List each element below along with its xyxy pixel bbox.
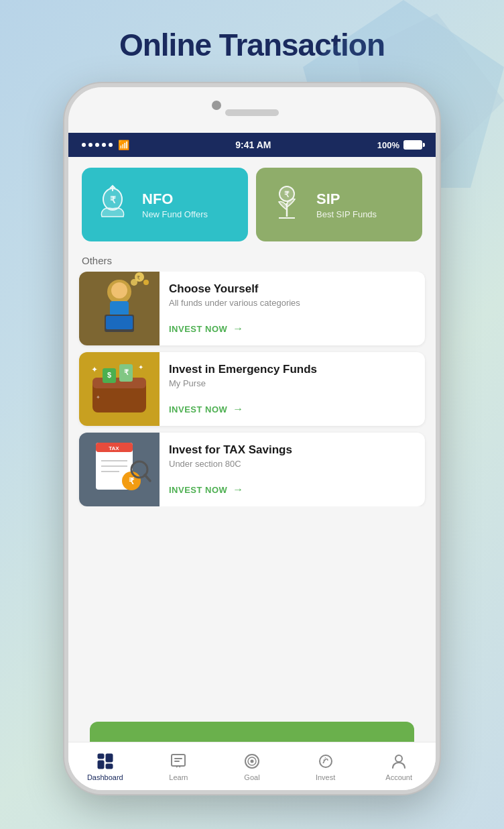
tax-savings-item[interactable]: TAX RETURN ₹: [79, 433, 425, 506]
svg-rect-43: [174, 758, 182, 759]
svg-point-47: [250, 759, 253, 763]
svg-text:✦: ✦: [96, 394, 101, 400]
choose-yourself-content: Choose Yourself All funds under various …: [160, 272, 310, 345]
nfo-title: NFO: [142, 190, 208, 208]
nav-learn-label: Learn: [169, 773, 188, 781]
list-container: ₹ Choose Yourself All funds under variou…: [68, 272, 436, 506]
svg-point-16: [143, 280, 149, 285]
svg-rect-39: [98, 761, 104, 769]
tax-savings-content: Invest for TAX Savings Under section 80C…: [160, 433, 302, 506]
others-label: Others: [68, 252, 436, 272]
choose-yourself-cta-text: INVEST NOW: [169, 324, 227, 334]
partial-card: [90, 722, 414, 742]
tax-savings-arrow: →: [233, 484, 244, 496]
choose-yourself-item[interactable]: ₹ Choose Yourself All funds under variou…: [79, 272, 425, 345]
nav-learn[interactable]: Learn: [142, 752, 216, 781]
nav-goal-label: Goal: [244, 773, 259, 781]
phone-camera: [212, 101, 221, 110]
nav-invest[interactable]: Invest: [289, 752, 363, 781]
svg-text:✦: ✦: [138, 364, 143, 371]
choose-yourself-title: Choose Yourself: [169, 282, 300, 296]
invest-icon: [316, 752, 335, 771]
nav-goal[interactable]: Goal: [215, 752, 289, 781]
page-title: Online Transaction: [119, 27, 385, 63]
emergency-funds-image: $ ₹ ✦ ✦ ✦: [79, 352, 160, 426]
emergency-funds-cta-text: INVEST NOW: [169, 404, 227, 414]
emergency-funds-content: Invest in Emergency Funds My Purse INVES…: [160, 352, 326, 426]
nfo-card-text: NFO New Fund Offers: [142, 190, 208, 219]
svg-rect-13: [106, 316, 133, 329]
phone-top: [68, 87, 436, 133]
phone-speaker: [225, 109, 279, 116]
nfo-card[interactable]: ₹ NFO New Fund Offers: [82, 168, 248, 241]
tax-savings-title: Invest for TAX Savings: [169, 443, 292, 457]
svg-rect-40: [106, 754, 113, 762]
sip-card-text: SIP Best SIP Funds: [316, 190, 377, 219]
nav-account-label: Account: [385, 773, 412, 781]
emergency-funds-subtitle: My Purse: [169, 378, 317, 388]
account-icon: [389, 752, 408, 771]
dashboard-icon: [96, 752, 115, 771]
top-cards-container: ₹ NFO New Fund Offers: [68, 157, 436, 252]
emergency-funds-cta[interactable]: INVEST NOW →: [169, 403, 317, 415]
svg-line-37: [145, 475, 150, 481]
nav-invest-label: Invest: [316, 773, 335, 781]
svg-point-10: [111, 282, 127, 298]
status-time: 9:41 AM: [235, 140, 271, 150]
nav-dashboard-label: Dashboard: [87, 773, 123, 781]
choose-yourself-arrow: →: [233, 323, 244, 335]
sip-title: SIP: [316, 190, 377, 208]
bottom-nav: Dashboard Learn: [68, 742, 436, 790]
nfo-icon: ₹: [92, 184, 133, 225]
status-battery: 100%: [377, 140, 422, 150]
goal-icon: [243, 752, 261, 771]
nav-dashboard[interactable]: Dashboard: [68, 752, 142, 781]
wifi-icon: 📶: [118, 140, 129, 150]
svg-rect-44: [174, 761, 180, 762]
svg-text:₹: ₹: [284, 190, 290, 199]
phone-screen: ₹ NFO New Fund Offers: [68, 157, 436, 790]
sip-card[interactable]: ₹ SIP Best SIP Funds: [256, 168, 422, 241]
sip-subtitle: Best SIP Funds: [316, 209, 377, 219]
svg-point-48: [395, 755, 402, 762]
svg-text:₹: ₹: [137, 275, 140, 281]
emergency-funds-arrow: →: [233, 403, 244, 415]
svg-rect-41: [106, 764, 113, 769]
svg-text:TAX: TAX: [109, 445, 119, 451]
choose-yourself-subtitle: All funds under various categories: [169, 298, 300, 308]
svg-text:₹: ₹: [124, 368, 129, 376]
learn-icon: [169, 752, 188, 771]
choose-yourself-image: ₹: [79, 272, 160, 345]
status-bar: 📶 9:41 AM 100%: [68, 133, 436, 157]
svg-text:RETURN: RETURN: [106, 452, 123, 456]
svg-rect-42: [172, 755, 185, 766]
phone-shell: 📶 9:41 AM 100% ₹: [64, 83, 440, 794]
svg-text:✦: ✦: [91, 365, 98, 374]
battery-percentage: 100%: [377, 140, 399, 150]
choose-yourself-cta[interactable]: INVEST NOW →: [169, 323, 300, 335]
battery-icon: [403, 140, 422, 150]
tax-savings-cta-text: INVEST NOW: [169, 485, 227, 495]
status-signal: 📶: [82, 140, 129, 150]
svg-text:₹: ₹: [110, 195, 116, 205]
svg-text:₹: ₹: [129, 476, 135, 486]
sip-icon: ₹: [267, 184, 307, 225]
svg-rect-11: [110, 301, 129, 316]
tax-savings-subtitle: Under section 80C: [169, 459, 292, 469]
tax-savings-cta[interactable]: INVEST NOW →: [169, 484, 292, 496]
emergency-funds-title: Invest in Emergency Funds: [169, 363, 317, 376]
tax-savings-image: TAX RETURN ₹: [79, 433, 160, 506]
emergency-funds-item[interactable]: $ ₹ ✦ ✦ ✦ Invest in Emergency Funds My P…: [79, 352, 425, 426]
svg-rect-38: [98, 754, 104, 759]
svg-text:$: $: [107, 371, 111, 379]
nav-account[interactable]: Account: [362, 752, 436, 781]
nfo-subtitle: New Fund Offers: [142, 209, 208, 219]
